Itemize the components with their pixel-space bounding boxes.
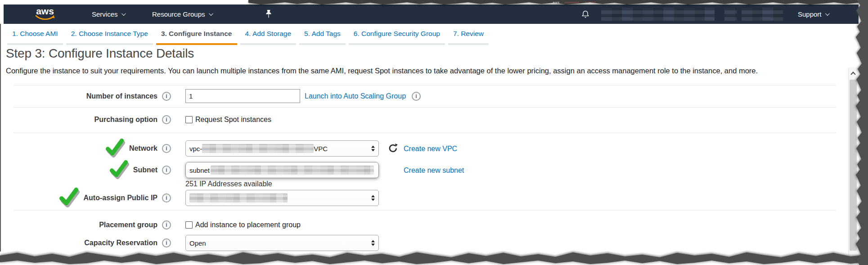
info-icon[interactable]: i — [162, 92, 171, 101]
redacted-region-name — [742, 8, 783, 21]
redacted-ip-setting — [189, 193, 288, 202]
label-purchasing-option: Purchasing option — [0, 109, 157, 130]
nav-resource-groups-label: Resource Groups — [152, 10, 205, 18]
tab-label: 1. Choose AMI — [12, 30, 58, 38]
number-of-instances-input[interactable] — [185, 89, 300, 103]
label-text: Auto-assign Public IP — [84, 194, 157, 202]
nav-services-menu[interactable]: Services — [92, 4, 125, 24]
launch-into-auto-scaling-group-link[interactable]: Launch into Auto Scaling Group — [305, 92, 406, 100]
ec2-launch-wizard-screen: aws Services Resource Groups Support — [0, 0, 868, 265]
tab-4-add-storage[interactable]: 4. Add Storage — [240, 24, 297, 45]
redacted-account-name — [601, 8, 715, 21]
tab-7-review[interactable]: 7. Review — [448, 24, 489, 45]
select-value: Open — [189, 239, 206, 247]
section-divider — [13, 210, 836, 211]
tab-2-choose-instance-type[interactable]: 2. Choose Instance Type — [66, 24, 153, 45]
background-window-fragment: aws — [553, 0, 560, 4]
nav-support-label: Support — [798, 10, 822, 18]
redacted-vpc-id — [202, 144, 314, 153]
info-icon[interactable]: i — [412, 92, 421, 101]
select-spinner-icon — [371, 240, 375, 246]
label-number-of-instances: Number of instances — [0, 85, 157, 107]
select-value-prefix: vpc- — [189, 145, 202, 153]
background-window-mark — [585, 2, 596, 3]
aws-console-navbar: aws Services Resource Groups Support — [4, 4, 859, 24]
subnet-select[interactable]: subnet — [185, 162, 379, 178]
info-icon[interactable]: i — [162, 144, 171, 153]
chevron-up-icon — [850, 72, 855, 76]
validated-check-icon — [109, 160, 129, 180]
section-divider — [13, 133, 836, 133]
select-spinner-icon — [371, 146, 375, 152]
redacted-region-icon — [724, 8, 737, 21]
select-spinner-icon — [371, 195, 375, 201]
tab-3-configure-instance[interactable]: 3. Configure Instance — [156, 24, 237, 45]
info-icon[interactable]: i — [162, 166, 171, 175]
tab-5-add-tags[interactable]: 5. Add Tags — [299, 24, 346, 45]
info-icon[interactable]: i — [162, 238, 171, 247]
refresh-icon[interactable] — [388, 143, 398, 153]
section-divider — [13, 107, 836, 108]
label-text: Capacity Reservation — [84, 239, 157, 247]
nav-resource-groups-menu[interactable]: Resource Groups — [152, 4, 212, 24]
placement-group-checkbox[interactable] — [185, 221, 193, 229]
aws-logo[interactable]: aws — [31, 7, 58, 20]
tab-label: 7. Review — [453, 30, 484, 38]
info-icon[interactable]: i — [162, 193, 171, 202]
info-icon[interactable]: i — [162, 220, 171, 229]
label-text: Number of instances — [86, 92, 157, 100]
select-value-suffix: VPC — [314, 145, 328, 153]
tab-1-choose-ami[interactable]: 1. Choose AMI — [7, 24, 63, 45]
scrollbar-thumb[interactable] — [850, 80, 857, 251]
page-title: Step 3: Configure Instance Details — [6, 46, 194, 61]
info-icon[interactable]: i — [162, 115, 171, 124]
background-window-mark — [565, 2, 579, 3]
label-network: Network — [0, 138, 157, 159]
label-text: Subnet — [133, 166, 157, 174]
tab-label: 6. Configure Security Group — [354, 30, 440, 38]
request-spot-instances-label[interactable]: Request Spot instances — [195, 116, 271, 124]
chevron-down-icon — [825, 11, 830, 16]
page-description: Configure the instance to suit your requ… — [6, 67, 816, 75]
capacity-reservation-select[interactable]: Open — [185, 235, 379, 251]
validated-check-icon — [105, 139, 125, 158]
nav-support-menu[interactable]: Support — [798, 4, 828, 24]
label-text: Purchasing option — [94, 116, 157, 124]
label-text: Network — [129, 144, 157, 153]
validated-check-icon — [59, 188, 80, 208]
redacted-subnet-id — [211, 166, 374, 175]
network-select[interactable]: vpc- VPC — [185, 140, 379, 157]
tab-6-configure-security-group[interactable]: 6. Configure Security Group — [349, 24, 445, 45]
nav-services-label: Services — [92, 10, 118, 18]
label-text: Placement group — [99, 221, 157, 229]
chevron-down-icon — [209, 11, 213, 16]
tab-label: 5. Add Tags — [304, 30, 341, 38]
subnet-ip-availability-note: 251 IP Addresses available — [185, 180, 272, 188]
label-auto-assign-public-ip: Auto-assign Public IP — [0, 187, 157, 209]
pin-icon[interactable] — [265, 9, 272, 19]
chevron-down-icon — [121, 11, 126, 16]
select-value-prefix: subnet — [189, 166, 210, 174]
create-new-vpc-link[interactable]: Create new VPC — [404, 145, 457, 153]
scrollbar-up-button[interactable] — [849, 67, 858, 79]
wizard-step-tabs: 1. Choose AMI 2. Choose Instance Type 3.… — [1, 24, 855, 45]
tab-label: 3. Configure Instance — [161, 30, 232, 38]
aws-logo-text: aws — [36, 6, 54, 16]
label-subnet: Subnet — [0, 159, 157, 181]
request-spot-instances-checkbox[interactable] — [185, 116, 193, 123]
tab-label: 4. Add Storage — [245, 30, 292, 38]
vertical-scrollbar[interactable] — [848, 67, 858, 265]
placement-group-checkbox-label[interactable]: Add instance to placement group — [195, 221, 301, 229]
window-left-edge — [0, 24, 1, 252]
create-new-subnet-link[interactable]: Create new subnet — [404, 166, 464, 175]
label-capacity-reservation: Capacity Reservation — [0, 232, 157, 254]
tab-label: 2. Choose Instance Type — [71, 30, 148, 38]
auto-assign-public-ip-select[interactable] — [185, 190, 379, 206]
notifications-bell-icon[interactable] — [581, 10, 590, 19]
